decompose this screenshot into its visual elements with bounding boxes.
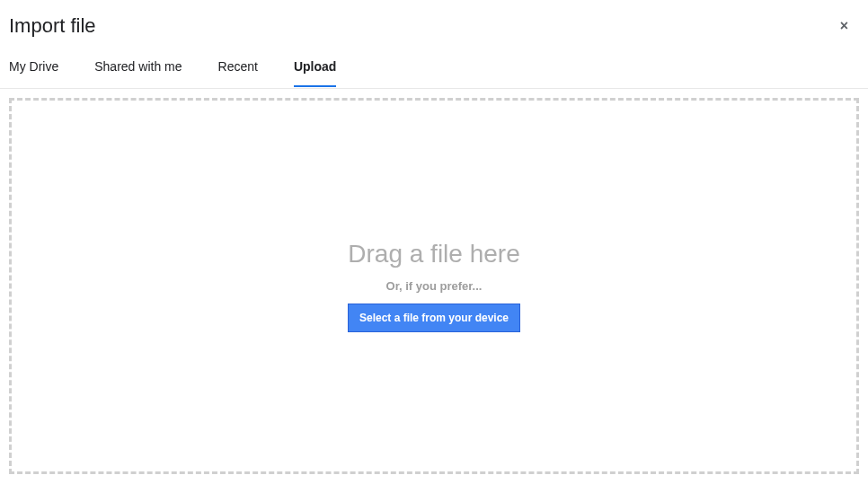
- dialog-title: Import file: [9, 14, 96, 38]
- select-file-button[interactable]: Select a file from your device: [348, 304, 520, 332]
- tab-label: Shared with me: [94, 59, 182, 74]
- tab-upload[interactable]: Upload: [294, 47, 354, 88]
- alternative-text: Or, if you prefer...: [386, 279, 483, 293]
- close-icon: ×: [840, 18, 848, 33]
- tab-shared-with-me[interactable]: Shared with me: [94, 47, 199, 88]
- tab-label: Recent: [218, 59, 258, 74]
- tab-label: My Drive: [9, 59, 58, 74]
- tab-label: Upload: [294, 59, 336, 74]
- file-drop-zone[interactable]: Drag a file here Or, if you prefer... Se…: [9, 98, 859, 474]
- close-button[interactable]: ×: [829, 14, 859, 38]
- tab-my-drive[interactable]: My Drive: [9, 47, 76, 88]
- tab-recent[interactable]: Recent: [218, 47, 276, 88]
- tabs-bar: My Drive Shared with me Recent Upload: [0, 47, 868, 89]
- drag-instruction-text: Drag a file here: [348, 240, 519, 268]
